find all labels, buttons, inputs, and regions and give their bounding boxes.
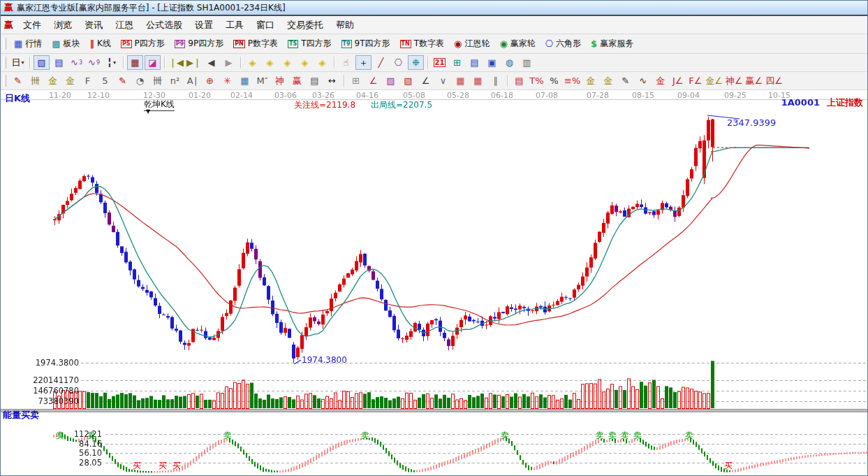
- p-number-table-button[interactable]: PNP数字表: [228, 37, 283, 50]
- gann-wheel-button[interactable]: ◉江恩轮: [449, 37, 494, 50]
- ruler-tool[interactable]: ▤: [307, 73, 323, 88]
- k-quote-tool[interactable]: M″: [254, 73, 270, 88]
- skip-end-button[interactable]: ▶❘: [186, 55, 202, 70]
- menu-item-2[interactable]: 资讯: [78, 17, 109, 33]
- menu-item-8[interactable]: 交易委托: [281, 17, 330, 33]
- gold-lines-tool[interactable]: 金: [600, 73, 616, 88]
- menu-item-7[interactable]: 窗口: [250, 17, 281, 33]
- f-fence-tool[interactable]: F: [80, 73, 96, 88]
- menu-item-4[interactable]: 公式选股: [140, 17, 189, 33]
- wave-9-icon[interactable]: ∿9: [86, 55, 102, 70]
- n-square-tool[interactable]: n²: [167, 73, 183, 88]
- zoom-in-diamond[interactable]: ◈: [279, 55, 295, 70]
- zoom-reset-diamond[interactable]: ◈: [314, 55, 330, 70]
- fan-purple-tool[interactable]: ▨: [383, 73, 399, 88]
- grid-b-tool[interactable]: ▦: [470, 73, 486, 88]
- kline-button[interactable]: ‖K线: [85, 37, 116, 50]
- a-measure-tool[interactable]: A∣: [184, 73, 200, 88]
- menu-item-6[interactable]: 工具: [219, 17, 250, 33]
- gold-circle-tool[interactable]: 金: [582, 73, 598, 88]
- knife-tool[interactable]: ✎: [10, 73, 26, 88]
- p-square-button[interactable]: PSP四方形: [116, 37, 170, 50]
- menu-item-9[interactable]: 帮助: [330, 17, 360, 33]
- fractal-tool[interactable]: ❉: [408, 55, 424, 70]
- wave-3-icon[interactable]: ∿3: [68, 55, 84, 70]
- sectors-button[interactable]: ▩板块: [47, 37, 84, 50]
- box-frame-tool[interactable]: ⊞: [348, 73, 364, 88]
- price-chart-canvas[interactable]: [1, 90, 868, 476]
- shen-fence-tool[interactable]: 神: [272, 73, 288, 88]
- winner-wheel-button[interactable]: ◉赢家轮: [494, 37, 540, 50]
- candle-style-selector[interactable]: ╏▾: [103, 55, 119, 70]
- gold-fence-tool[interactable]: 金: [45, 73, 61, 88]
- notes-icon[interactable]: ▤: [466, 55, 483, 70]
- zoom-out-diamond[interactable]: ◈: [297, 55, 313, 70]
- calculator-icon[interactable]: ⊞: [449, 55, 465, 70]
- circle-cross-tool[interactable]: ⊕: [202, 73, 218, 88]
- fan-red-tool[interactable]: ▧: [400, 73, 416, 88]
- web-icon[interactable]: ◍: [501, 55, 517, 70]
- crosshair-tool[interactable]: ＋: [355, 55, 372, 70]
- zigzag-tool[interactable]: ∨: [435, 73, 451, 88]
- gann-grid-icon[interactable]: ▦: [127, 55, 143, 70]
- gold-angle-tool[interactable]: 金∠: [705, 73, 723, 88]
- win-fence-tool[interactable]: 赢: [289, 73, 305, 88]
- save-icon[interactable]: ▣: [484, 55, 500, 70]
- grid-a-tool[interactable]: ▦: [453, 73, 469, 88]
- plain-fence-tool[interactable]: 卌: [149, 73, 165, 88]
- winner-service-button-icon: $: [591, 38, 597, 49]
- info-panel-icon[interactable]: ▤: [51, 55, 67, 70]
- wave-a-tool[interactable]: ∿: [635, 73, 651, 88]
- hexagon-button[interactable]: ⎔六角形: [540, 37, 586, 50]
- skip-start-button-glyph: ❘◀: [169, 57, 184, 68]
- t-square-button[interactable]: TST四方形: [283, 37, 337, 50]
- red-pencil-tool[interactable]: ✎: [115, 73, 131, 88]
- four-angle-tool[interactable]: 四∠: [765, 73, 784, 88]
- parallel-tool[interactable]: ∥: [487, 73, 503, 88]
- zoom-h-diamond[interactable]: ◈: [244, 55, 260, 70]
- winner-service-button[interactable]: $赢家服务: [586, 37, 638, 50]
- shen-angle-tool[interactable]: 神∠: [725, 73, 744, 88]
- calendar-icon[interactable]: 21: [432, 55, 448, 70]
- ray-fan-tool[interactable]: ∠: [365, 73, 381, 88]
- menu-item-3[interactable]: 江恩: [109, 17, 140, 33]
- nine-t-square-button[interactable]: T99T四方形: [337, 37, 395, 50]
- chart-layout-icon[interactable]: ▧: [34, 55, 50, 70]
- segment-tool[interactable]: ╱: [373, 55, 389, 70]
- ink-tool[interactable]: ✎: [617, 73, 633, 88]
- five-spiral-tool[interactable]: 5: [97, 73, 113, 88]
- gold-fence2-tool[interactable]: 金: [62, 73, 78, 88]
- percent-tool[interactable]: %: [546, 73, 562, 88]
- win-angle-tool[interactable]: 赢∠: [745, 73, 764, 88]
- t-number-table-button[interactable]: TNT数字表: [395, 37, 450, 50]
- star-grid-tool[interactable]: ✳: [219, 73, 235, 88]
- menu-item-5[interactable]: 设置: [189, 17, 219, 33]
- gold-angle-tool-glyph: 金∠: [705, 75, 723, 87]
- time-cycle-tool[interactable]: ◔: [132, 73, 148, 88]
- period-selector[interactable]: 日▾: [10, 55, 26, 70]
- hand-tool[interactable]: ☝: [338, 55, 354, 70]
- width-measure-tool[interactable]: ↔: [324, 73, 340, 88]
- menu-item-1[interactable]: 浏览: [47, 17, 78, 33]
- angle-lines-tool[interactable]: ∠: [418, 73, 434, 88]
- f-angle-tool[interactable]: F∠: [687, 73, 703, 88]
- nine-p-square-button[interactable]: P99P四方形: [170, 37, 228, 50]
- fence-tool[interactable]: 卌: [27, 73, 43, 88]
- dropdown-caret-icon[interactable]: ▼: [146, 108, 150, 115]
- zoom-v-diamond[interactable]: ◈: [262, 55, 278, 70]
- j-angle-tool[interactable]: J∠: [670, 73, 686, 88]
- gold-red-tool[interactable]: 金: [652, 73, 668, 88]
- volume-profile-icon[interactable]: ◪: [145, 55, 161, 70]
- percent-list-tool[interactable]: ▤: [511, 73, 527, 88]
- skip-start-button[interactable]: ❘◀: [168, 55, 184, 70]
- square-grid-tool[interactable]: ▦: [237, 73, 253, 88]
- percent-lines-tool[interactable]: ≡%: [564, 73, 581, 88]
- print-icon[interactable]: ▥: [519, 55, 535, 70]
- menu-item-0[interactable]: 文件: [17, 17, 47, 33]
- pane-splitter[interactable]: [1, 409, 868, 412]
- step-forward-button[interactable]: ▶: [221, 55, 237, 70]
- t-percent-tool[interactable]: T%: [529, 73, 545, 88]
- pattern-tool[interactable]: ⎔: [390, 55, 406, 70]
- step-back-button[interactable]: ◀: [203, 55, 219, 70]
- quotes-button[interactable]: ▦行情: [9, 37, 47, 50]
